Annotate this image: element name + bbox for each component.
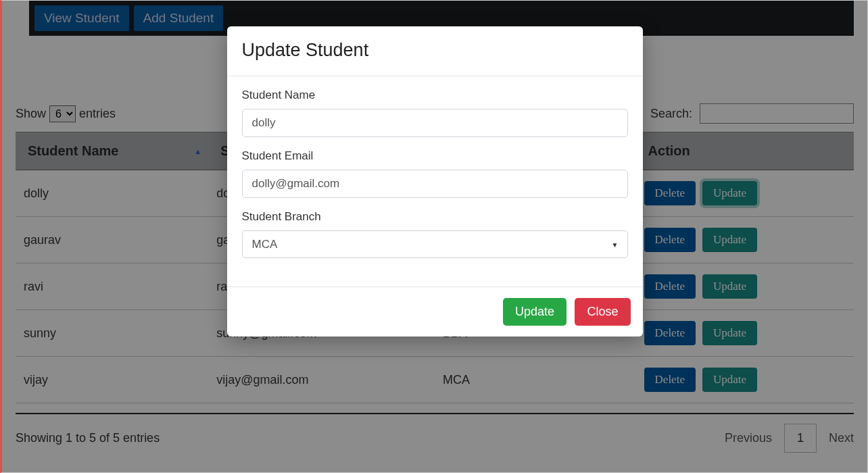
student-name-input[interactable]: [242, 109, 628, 137]
modal-title: Update Student: [242, 40, 628, 61]
modal-overlay[interactable]: Update Student Student Name Student Emai…: [2, 1, 867, 472]
student-branch-select[interactable]: MCA: [242, 230, 628, 258]
modal-update-button[interactable]: Update: [503, 298, 566, 326]
modal-close-button[interactable]: Close: [575, 298, 630, 326]
student-email-label: Student Email: [242, 149, 628, 163]
modal-body: Student Name Student Email Student Branc…: [227, 76, 643, 287]
student-name-label: Student Name: [242, 89, 628, 102]
modal-footer: Update Close: [227, 287, 643, 337]
student-email-input[interactable]: [242, 170, 628, 198]
update-student-modal: Update Student Student Name Student Emai…: [227, 26, 643, 337]
student-branch-label: Student Branch: [242, 210, 628, 224]
modal-header: Update Student: [227, 26, 643, 76]
